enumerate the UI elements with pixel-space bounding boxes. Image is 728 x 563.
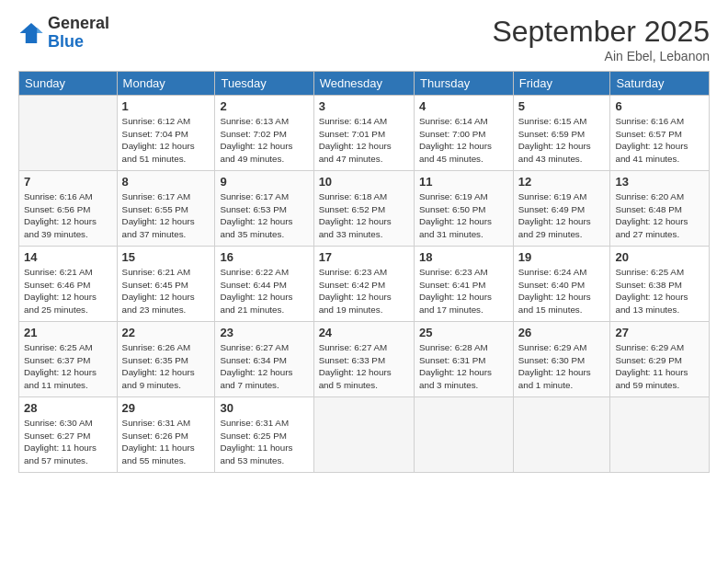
table-cell: 19Sunrise: 6:24 AM Sunset: 6:40 PM Dayli… bbox=[513, 247, 610, 322]
day-info: Sunrise: 6:20 AM Sunset: 6:48 PM Dayligh… bbox=[615, 190, 704, 241]
day-number: 12 bbox=[518, 175, 606, 189]
day-number: 20 bbox=[615, 250, 704, 264]
table-cell: 6Sunrise: 6:16 AM Sunset: 6:57 PM Daylig… bbox=[610, 96, 710, 171]
day-number: 21 bbox=[24, 326, 112, 339]
table-cell: 11Sunrise: 6:19 AM Sunset: 6:50 PM Dayli… bbox=[415, 171, 514, 247]
calendar-header-row: Sunday Monday Tuesday Wednesday Thursday… bbox=[19, 72, 710, 96]
day-info: Sunrise: 6:17 AM Sunset: 6:53 PM Dayligh… bbox=[220, 190, 308, 241]
table-cell bbox=[19, 96, 118, 171]
table-cell: 18Sunrise: 6:23 AM Sunset: 6:41 PM Dayli… bbox=[415, 247, 514, 322]
table-cell: 8Sunrise: 6:17 AM Sunset: 6:55 PM Daylig… bbox=[117, 171, 215, 247]
day-info: Sunrise: 6:27 AM Sunset: 6:33 PM Dayligh… bbox=[319, 341, 409, 392]
day-number: 3 bbox=[319, 99, 409, 113]
table-cell: 28Sunrise: 6:30 AM Sunset: 6:27 PM Dayli… bbox=[19, 397, 118, 473]
day-number: 18 bbox=[419, 250, 508, 264]
day-number: 9 bbox=[220, 175, 308, 189]
day-number: 4 bbox=[419, 99, 508, 113]
day-number: 26 bbox=[518, 326, 606, 339]
col-monday: Monday bbox=[117, 72, 215, 96]
day-number: 25 bbox=[419, 326, 508, 339]
table-cell: 15Sunrise: 6:21 AM Sunset: 6:45 PM Dayli… bbox=[117, 247, 215, 322]
day-info: Sunrise: 6:25 AM Sunset: 6:37 PM Dayligh… bbox=[24, 341, 112, 392]
logo-general-text: General bbox=[48, 14, 109, 32]
day-info: Sunrise: 6:21 AM Sunset: 6:46 PM Dayligh… bbox=[24, 266, 112, 316]
day-number: 30 bbox=[220, 401, 308, 415]
table-cell: 10Sunrise: 6:18 AM Sunset: 6:52 PM Dayli… bbox=[313, 171, 414, 247]
table-cell: 3Sunrise: 6:14 AM Sunset: 7:01 PM Daylig… bbox=[313, 96, 414, 171]
svg-marker-1 bbox=[37, 28, 42, 33]
day-info: Sunrise: 6:16 AM Sunset: 6:57 PM Dayligh… bbox=[615, 115, 704, 166]
location: Ain Ebel, Lebanon bbox=[492, 49, 710, 63]
table-cell bbox=[415, 397, 514, 473]
table-cell: 30Sunrise: 6:31 AM Sunset: 6:25 PM Dayli… bbox=[215, 397, 313, 473]
day-info: Sunrise: 6:23 AM Sunset: 6:41 PM Dayligh… bbox=[419, 266, 508, 316]
week-row-4: 21Sunrise: 6:25 AM Sunset: 6:37 PM Dayli… bbox=[19, 322, 710, 397]
day-info: Sunrise: 6:17 AM Sunset: 6:55 PM Dayligh… bbox=[122, 190, 210, 241]
day-info: Sunrise: 6:19 AM Sunset: 6:50 PM Dayligh… bbox=[419, 190, 508, 241]
table-cell: 24Sunrise: 6:27 AM Sunset: 6:33 PM Dayli… bbox=[313, 322, 414, 397]
day-number: 29 bbox=[122, 401, 210, 415]
day-info: Sunrise: 6:19 AM Sunset: 6:49 PM Dayligh… bbox=[518, 190, 606, 241]
week-row-2: 7Sunrise: 6:16 AM Sunset: 6:56 PM Daylig… bbox=[19, 171, 710, 247]
day-number: 10 bbox=[319, 175, 409, 189]
day-info: Sunrise: 6:14 AM Sunset: 7:01 PM Dayligh… bbox=[319, 115, 409, 166]
table-cell: 29Sunrise: 6:31 AM Sunset: 6:26 PM Dayli… bbox=[117, 397, 215, 473]
day-info: Sunrise: 6:28 AM Sunset: 6:31 PM Dayligh… bbox=[419, 341, 508, 392]
table-cell: 14Sunrise: 6:21 AM Sunset: 6:46 PM Dayli… bbox=[19, 247, 118, 322]
day-number: 14 bbox=[24, 250, 112, 264]
table-cell: 26Sunrise: 6:29 AM Sunset: 6:30 PM Dayli… bbox=[513, 322, 610, 397]
col-friday: Friday bbox=[513, 72, 610, 96]
table-cell: 17Sunrise: 6:23 AM Sunset: 6:42 PM Dayli… bbox=[313, 247, 414, 322]
day-info: Sunrise: 6:12 AM Sunset: 7:04 PM Dayligh… bbox=[122, 115, 210, 166]
day-number: 28 bbox=[24, 401, 112, 415]
day-info: Sunrise: 6:21 AM Sunset: 6:45 PM Dayligh… bbox=[122, 266, 210, 316]
logo-blue-text: Blue bbox=[48, 32, 84, 51]
week-row-1: 1Sunrise: 6:12 AM Sunset: 7:04 PM Daylig… bbox=[19, 96, 710, 171]
logo: General Blue bbox=[18, 15, 109, 52]
day-info: Sunrise: 6:29 AM Sunset: 6:30 PM Dayligh… bbox=[518, 341, 606, 392]
col-sunday: Sunday bbox=[19, 72, 118, 96]
table-cell: 23Sunrise: 6:27 AM Sunset: 6:34 PM Dayli… bbox=[215, 322, 313, 397]
table-cell bbox=[513, 397, 610, 473]
page: General Blue September 2025 Ain Ebel, Le… bbox=[0, 0, 728, 563]
table-cell: 16Sunrise: 6:22 AM Sunset: 6:44 PM Dayli… bbox=[215, 247, 313, 322]
logo-text: General Blue bbox=[48, 15, 109, 52]
day-info: Sunrise: 6:23 AM Sunset: 6:42 PM Dayligh… bbox=[319, 266, 409, 316]
day-number: 15 bbox=[122, 250, 210, 264]
day-info: Sunrise: 6:29 AM Sunset: 6:29 PM Dayligh… bbox=[615, 341, 704, 392]
table-cell: 25Sunrise: 6:28 AM Sunset: 6:31 PM Dayli… bbox=[415, 322, 514, 397]
table-cell: 27Sunrise: 6:29 AM Sunset: 6:29 PM Dayli… bbox=[610, 322, 710, 397]
logo-icon bbox=[18, 20, 44, 46]
day-info: Sunrise: 6:31 AM Sunset: 6:25 PM Dayligh… bbox=[220, 417, 308, 467]
week-row-5: 28Sunrise: 6:30 AM Sunset: 6:27 PM Dayli… bbox=[19, 397, 710, 473]
day-info: Sunrise: 6:15 AM Sunset: 6:59 PM Dayligh… bbox=[518, 115, 606, 166]
table-cell: 12Sunrise: 6:19 AM Sunset: 6:49 PM Dayli… bbox=[513, 171, 610, 247]
table-cell bbox=[313, 397, 414, 473]
day-number: 1 bbox=[122, 99, 210, 113]
day-number: 6 bbox=[615, 99, 704, 113]
day-number: 16 bbox=[220, 250, 308, 264]
title-block: September 2025 Ain Ebel, Lebanon bbox=[492, 15, 710, 63]
calendar: Sunday Monday Tuesday Wednesday Thursday… bbox=[18, 71, 710, 473]
table-cell: 4Sunrise: 6:14 AM Sunset: 7:00 PM Daylig… bbox=[415, 96, 514, 171]
day-info: Sunrise: 6:18 AM Sunset: 6:52 PM Dayligh… bbox=[319, 190, 409, 241]
day-number: 17 bbox=[319, 250, 409, 264]
day-info: Sunrise: 6:24 AM Sunset: 6:40 PM Dayligh… bbox=[518, 266, 606, 316]
col-saturday: Saturday bbox=[610, 72, 710, 96]
table-cell: 7Sunrise: 6:16 AM Sunset: 6:56 PM Daylig… bbox=[19, 171, 118, 247]
col-wednesday: Wednesday bbox=[313, 72, 414, 96]
day-info: Sunrise: 6:25 AM Sunset: 6:38 PM Dayligh… bbox=[615, 266, 704, 316]
day-info: Sunrise: 6:26 AM Sunset: 6:35 PM Dayligh… bbox=[122, 341, 210, 392]
day-number: 2 bbox=[220, 99, 308, 113]
day-info: Sunrise: 6:27 AM Sunset: 6:34 PM Dayligh… bbox=[220, 341, 308, 392]
day-number: 27 bbox=[615, 326, 704, 339]
table-cell: 22Sunrise: 6:26 AM Sunset: 6:35 PM Dayli… bbox=[117, 322, 215, 397]
col-tuesday: Tuesday bbox=[215, 72, 313, 96]
month-year: September 2025 bbox=[492, 15, 710, 49]
day-number: 11 bbox=[419, 175, 508, 189]
day-info: Sunrise: 6:13 AM Sunset: 7:02 PM Dayligh… bbox=[220, 115, 308, 166]
day-info: Sunrise: 6:30 AM Sunset: 6:27 PM Dayligh… bbox=[24, 417, 112, 467]
table-cell: 2Sunrise: 6:13 AM Sunset: 7:02 PM Daylig… bbox=[215, 96, 313, 171]
day-number: 23 bbox=[220, 326, 308, 339]
day-number: 24 bbox=[319, 326, 409, 339]
